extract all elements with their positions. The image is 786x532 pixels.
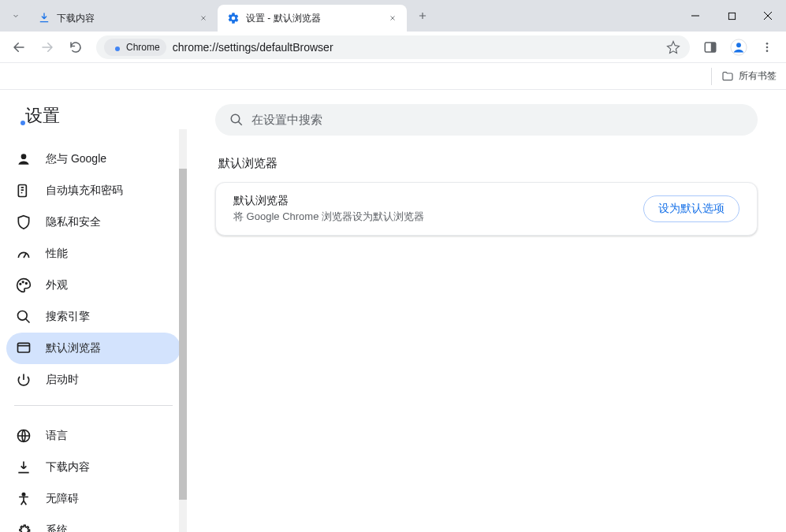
system-icon bbox=[16, 523, 32, 532]
svg-point-13 bbox=[18, 311, 28, 321]
autofill-icon bbox=[16, 183, 32, 199]
maximize-button[interactable] bbox=[713, 0, 750, 32]
all-bookmarks-label: 所有书签 bbox=[739, 69, 777, 83]
person-icon bbox=[16, 151, 32, 167]
chevron-down-icon bbox=[11, 11, 20, 20]
new-tab-button[interactable] bbox=[412, 5, 434, 27]
download-icon bbox=[16, 459, 32, 475]
forward-button[interactable] bbox=[35, 35, 60, 60]
close-icon bbox=[763, 11, 773, 20]
download-icon bbox=[38, 12, 50, 24]
menu-button[interactable] bbox=[754, 35, 780, 60]
set-default-button[interactable]: 设为默认选项 bbox=[643, 195, 739, 222]
bookmark-star-button[interactable] bbox=[666, 40, 680, 54]
profile-icon bbox=[730, 39, 747, 56]
maximize-icon bbox=[728, 12, 736, 20]
sidebar-divider bbox=[14, 405, 173, 406]
search-engine-icon bbox=[16, 309, 32, 325]
star-icon bbox=[666, 40, 680, 54]
default-browser-icon bbox=[16, 340, 32, 356]
plus-icon bbox=[417, 10, 428, 21]
svg-point-10 bbox=[20, 284, 21, 285]
default-browser-card: 默认浏览器 将 Google Chrome 浏览器设为默认浏览器 设为默认选项 bbox=[215, 182, 758, 236]
search-settings-input[interactable]: 在设置中搜索 bbox=[215, 104, 758, 136]
tab-settings[interactable]: 设置 - 默认浏览器 bbox=[218, 5, 407, 32]
site-chip[interactable]: Chrome bbox=[104, 39, 166, 56]
sidebar-item-label: 您与 Google bbox=[46, 152, 106, 166]
settings-main: 在设置中搜索 默认浏览器 默认浏览器 将 Google Chrome 浏览器设为… bbox=[187, 90, 786, 532]
reload-icon bbox=[69, 40, 83, 54]
sidebar-item-label: 系统 bbox=[46, 523, 68, 532]
close-window-button[interactable] bbox=[750, 0, 786, 32]
sidebar-item-accessibility[interactable]: 无障碍 bbox=[6, 483, 181, 515]
scrollbar-thumb[interactable] bbox=[179, 169, 187, 500]
omnibox-url: chrome://settings/defaultBrowser bbox=[173, 41, 660, 54]
sidebar-item-label: 隐私和安全 bbox=[46, 215, 101, 229]
card-title: 默认浏览器 bbox=[233, 194, 424, 208]
tab-downloads[interactable]: 下载内容 bbox=[28, 5, 218, 32]
sidebar-item-label: 外观 bbox=[46, 278, 68, 292]
tab-strip: 下载内容 设置 - 默认浏览器 bbox=[0, 0, 786, 32]
svg-point-8 bbox=[21, 154, 27, 159]
sidebar-scrollbar[interactable] bbox=[179, 129, 187, 532]
section-title: 默认浏览器 bbox=[218, 156, 758, 171]
sidebar-item-autofill[interactable]: 自动填充和密码 bbox=[6, 175, 181, 206]
minimize-icon bbox=[691, 11, 700, 20]
sidebar-item-downloads[interactable]: 下载内容 bbox=[6, 452, 181, 483]
sidebar-item-appearance[interactable]: 外观 bbox=[6, 270, 181, 301]
window-controls bbox=[677, 0, 786, 32]
side-panel-button[interactable] bbox=[698, 35, 723, 60]
svg-point-11 bbox=[22, 281, 24, 283]
sidebar-item-label: 性能 bbox=[46, 247, 68, 261]
card-subtitle: 将 Google Chrome 浏览器设为默认浏览器 bbox=[233, 210, 424, 224]
tab-search-dropdown[interactable] bbox=[3, 3, 28, 28]
sidebar-item-performance[interactable]: 性能 bbox=[6, 238, 181, 270]
sidebar-item-label: 自动填充和密码 bbox=[46, 184, 123, 198]
sidebar-item-label: 下载内容 bbox=[46, 460, 90, 474]
folder-icon bbox=[721, 70, 734, 83]
nav-list-primary: 您与 Google 自动填充和密码 隐私和安全 性能 外观 搜索引擎 bbox=[0, 139, 187, 396]
profile-button[interactable] bbox=[726, 35, 751, 60]
svg-point-4 bbox=[736, 43, 741, 47]
sidebar-item-label: 无障碍 bbox=[46, 492, 79, 506]
sidebar-item-you-and-google[interactable]: 您与 Google bbox=[6, 143, 181, 175]
close-icon[interactable] bbox=[386, 12, 399, 24]
startup-icon bbox=[16, 372, 32, 388]
sidebar-item-label: 搜索引擎 bbox=[46, 310, 90, 324]
sidebar-item-label: 启动时 bbox=[46, 373, 79, 387]
panel-icon bbox=[703, 40, 717, 54]
nav-list-secondary: 语言 下载内容 无障碍 系统 bbox=[0, 415, 187, 532]
kebab-icon bbox=[761, 41, 773, 54]
sidebar-header: 设置 bbox=[0, 104, 187, 139]
back-button[interactable] bbox=[6, 35, 32, 60]
chrome-logo-icon bbox=[110, 42, 121, 53]
sidebar-item-label: 语言 bbox=[46, 429, 68, 443]
tab-title: 下载内容 bbox=[57, 12, 191, 25]
sidebar-item-default-browser[interactable]: 默认浏览器 bbox=[6, 333, 181, 364]
sidebar-item-system[interactable]: 系统 bbox=[6, 515, 181, 532]
sidebar-item-label: 默认浏览器 bbox=[46, 341, 101, 355]
svg-rect-0 bbox=[728, 13, 735, 19]
search-icon bbox=[229, 113, 244, 127]
sidebar-item-on-startup[interactable]: 启动时 bbox=[6, 364, 181, 396]
sidebar-item-languages[interactable]: 语言 bbox=[6, 420, 181, 452]
close-icon[interactable] bbox=[197, 12, 210, 24]
globe-icon bbox=[16, 428, 32, 444]
sidebar-item-search-engine[interactable]: 搜索引擎 bbox=[6, 301, 181, 333]
browser-toolbar: Chrome chrome://settings/defaultBrowser bbox=[0, 32, 786, 63]
card-text: 默认浏览器 将 Google Chrome 浏览器设为默认浏览器 bbox=[233, 194, 424, 224]
reload-button[interactable] bbox=[63, 35, 88, 60]
search-placeholder: 在设置中搜索 bbox=[251, 113, 322, 128]
svg-rect-14 bbox=[18, 343, 30, 352]
svg-point-5 bbox=[766, 43, 769, 45]
omnibox[interactable]: Chrome chrome://settings/defaultBrowser bbox=[96, 35, 690, 59]
arrow-left-icon bbox=[12, 40, 26, 54]
settings-content: 设置 您与 Google 自动填充和密码 隐私和安全 性能 外观 bbox=[0, 90, 786, 532]
sidebar-title: 设置 bbox=[25, 104, 60, 128]
minimize-button[interactable] bbox=[677, 0, 713, 32]
sidebar-item-privacy[interactable]: 隐私和安全 bbox=[6, 206, 181, 238]
gear-icon bbox=[227, 12, 240, 24]
svg-point-12 bbox=[26, 283, 28, 285]
all-bookmarks-button[interactable]: 所有书签 bbox=[711, 68, 777, 85]
svg-point-6 bbox=[766, 46, 769, 48]
